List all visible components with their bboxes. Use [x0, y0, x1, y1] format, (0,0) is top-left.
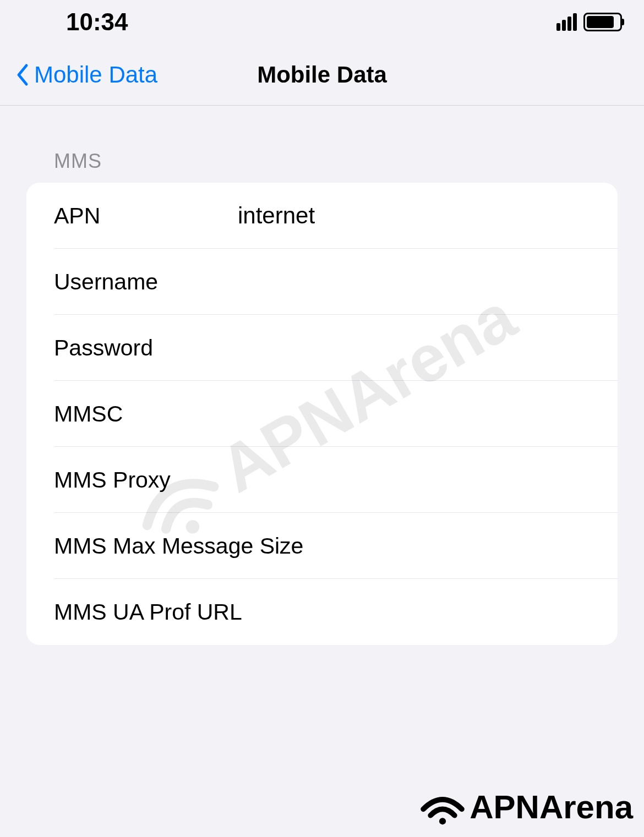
apn-label: APN	[54, 203, 220, 229]
footer-logo-text: APNArena	[470, 788, 633, 826]
username-input[interactable]	[220, 269, 618, 295]
status-bar: 10:34	[0, 0, 644, 44]
mms-max-message-size-row[interactable]: MMS Max Message Size	[26, 513, 618, 579]
apn-row[interactable]: APN	[26, 183, 618, 249]
settings-group: APN Username Password MMSC MMS Proxy MMS…	[26, 183, 618, 645]
content: MMS APN Username Password MMSC MMS Proxy…	[0, 106, 644, 645]
mms-proxy-input[interactable]	[220, 467, 618, 493]
section-header: MMS	[26, 150, 618, 183]
mmsc-row[interactable]: MMSC	[26, 381, 618, 447]
username-row[interactable]: Username	[26, 249, 618, 315]
footer-logo: APNArena	[418, 787, 633, 826]
mms-max-message-size-input[interactable]	[303, 533, 618, 559]
mms-proxy-label: MMS Proxy	[54, 467, 220, 493]
chevron-left-icon	[15, 63, 29, 86]
mms-ua-prof-url-label: MMS UA Prof URL	[54, 599, 242, 625]
mms-ua-prof-url-input[interactable]	[242, 599, 618, 625]
mms-proxy-row[interactable]: MMS Proxy	[26, 447, 618, 513]
password-row[interactable]: Password	[26, 315, 618, 381]
mmsc-input[interactable]	[220, 401, 618, 427]
status-icons	[556, 13, 622, 31]
mms-ua-prof-url-row[interactable]: MMS UA Prof URL	[26, 579, 618, 645]
back-label: Mobile Data	[34, 62, 157, 88]
back-button[interactable]: Mobile Data	[15, 62, 157, 88]
username-label: Username	[54, 269, 220, 295]
svg-point-1	[439, 818, 446, 824]
status-time: 10:34	[66, 8, 128, 36]
password-input[interactable]	[220, 335, 618, 361]
wifi-icon	[418, 787, 467, 826]
navigation-bar: Mobile Data Mobile Data	[0, 44, 644, 106]
mms-max-message-size-label: MMS Max Message Size	[54, 533, 303, 559]
password-label: Password	[54, 335, 220, 361]
apn-input[interactable]	[220, 203, 618, 229]
battery-icon	[583, 13, 622, 31]
mmsc-label: MMSC	[54, 401, 220, 427]
page-title: Mobile Data	[257, 62, 387, 88]
cellular-signal-icon	[556, 13, 577, 31]
